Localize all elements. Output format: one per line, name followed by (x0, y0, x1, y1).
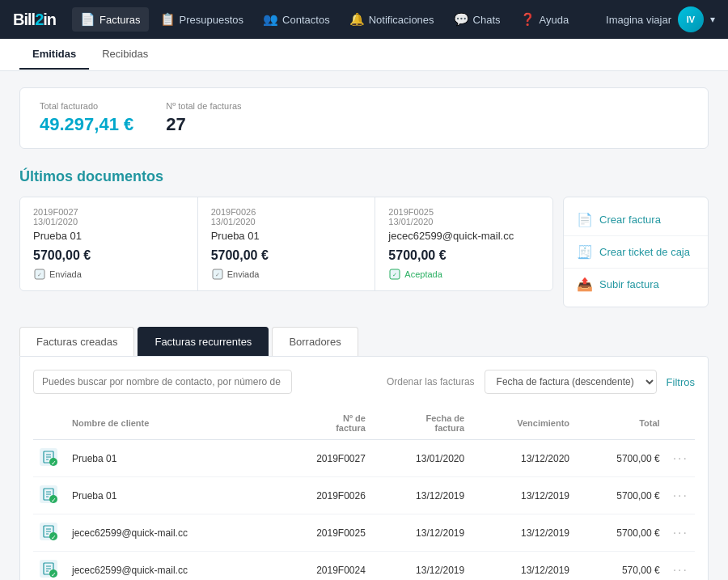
doc-cards-container: 2019F0027 13/01/2020 Prueba 01 5700,00 €… (19, 197, 553, 291)
row-actions-button[interactable]: ··· (673, 526, 688, 540)
ayuda-icon: ❓ (520, 12, 535, 27)
invoice-date: 13/12/2019 (372, 514, 471, 552)
invoice-num: 2019F0027 (273, 440, 372, 477)
due-date: 13/12/2020 (471, 440, 576, 477)
total-facturado: Total facturado 49.297,41 € (40, 101, 133, 135)
svg-text:✓: ✓ (51, 459, 57, 466)
total-amount: 570,00 € (576, 552, 667, 581)
invoice-num: 2019F0025 (273, 514, 372, 552)
sub-nav-recibidas[interactable]: Recibidas (89, 40, 161, 70)
nav-presupuestos[interactable]: 📋 Presupuestos (152, 7, 252, 32)
tab-facturas-recurrentes[interactable]: Facturas recurrentes (138, 327, 269, 356)
doc-cards-row: 2019F0027 13/01/2020 Prueba 01 5700,00 €… (19, 197, 709, 307)
doc-card-2[interactable]: 2019F0025 13/01/2020 jecec62599@quick-ma… (375, 197, 552, 290)
nav-contactos[interactable]: 👥 Contactos (255, 7, 338, 32)
nav-ayuda[interactable]: ❓ Ayuda (512, 7, 578, 32)
doc-card-1[interactable]: 2019F0026 13/01/2020 Prueba 01 5700,00 €… (198, 197, 376, 290)
row-invoice-icon: ✓ (40, 523, 57, 540)
main-content: Total facturado 49.297,41 € Nº total de … (0, 71, 728, 580)
client-name: jecec62599@quick-mail.cc (66, 552, 273, 581)
total-facturas: Nº total de facturas 27 (166, 101, 241, 135)
tab-borradores[interactable]: Borradores (272, 327, 358, 356)
chats-icon: 💬 (454, 12, 469, 27)
contactos-icon: 👥 (263, 12, 278, 27)
table-area: Ordenar las facturas Fecha de factura (d… (19, 356, 709, 580)
svg-text:✓: ✓ (51, 571, 57, 578)
svg-text:✓: ✓ (392, 272, 397, 277)
action-btn-2[interactable]: 📤 Subir factura (564, 269, 708, 300)
chevron-down-icon: ▾ (710, 14, 715, 25)
section-title: Últimos documentos (19, 168, 709, 185)
action-icon-0: 📄 (577, 212, 593, 227)
table-row[interactable]: ✓ Prueba 01 2019F0027 13/01/2020 13/12/2… (33, 440, 695, 477)
table-row[interactable]: ✓ Prueba 01 2019F0026 13/12/2019 13/12/2… (33, 477, 695, 514)
row-actions-button[interactable]: ··· (673, 563, 688, 577)
sort-label: Ordenar las facturas (387, 376, 475, 387)
row-actions-button[interactable]: ··· (673, 489, 688, 502)
action-icon-2: 📤 (577, 277, 593, 292)
table-row[interactable]: ✓ jecec62599@quick-mail.cc 2019F0024 13/… (33, 552, 695, 581)
data-table: Nombre de cliente Nº defactura Fecha def… (33, 407, 695, 580)
due-date: 13/12/2019 (471, 514, 576, 552)
col-invoice-num-header: Nº defactura (273, 407, 372, 440)
total-amount: 5700,00 € (576, 440, 667, 477)
due-date: 13/12/2019 (471, 477, 576, 514)
nav-chats[interactable]: 💬 Chats (446, 7, 509, 32)
filter-button[interactable]: Filtros (667, 376, 695, 388)
col-client-header: Nombre de cliente (66, 407, 273, 440)
col-total-header: Total (576, 407, 667, 440)
client-name: Prueba 01 (66, 440, 273, 477)
sub-nav: Emitidas Recibidas (0, 39, 728, 71)
tab-facturas-creadas[interactable]: Facturas creadas (19, 327, 134, 356)
doc-status-icon: ✓ (33, 268, 46, 281)
invoice-date: 13/12/2019 (372, 552, 471, 581)
logo[interactable]: Bill2in (13, 11, 56, 29)
avatar: IV (678, 6, 704, 32)
svg-text:✓: ✓ (215, 272, 220, 277)
invoice-num: 2019F0024 (273, 552, 372, 581)
row-invoice-icon: ✓ (40, 485, 57, 503)
invoice-num: 2019F0026 (273, 477, 372, 514)
nav-notificaciones[interactable]: 🔔 Notificaciones (341, 7, 442, 32)
table-row[interactable]: ✓ jecec62599@quick-mail.cc 2019F0025 13/… (33, 514, 695, 552)
due-date: 13/12/2019 (471, 552, 576, 581)
user-section[interactable]: Imagina viajar IV ▾ (606, 6, 715, 32)
nav-facturas[interactable]: 📄 Facturas (72, 7, 149, 32)
total-amount: 5700,00 € (576, 514, 667, 552)
action-btn-0[interactable]: 📄 Crear factura (564, 204, 708, 236)
row-invoice-icon: ✓ (40, 560, 57, 578)
row-actions-button[interactable]: ··· (673, 451, 688, 465)
client-name: Prueba 01 (66, 477, 273, 514)
sub-nav-emitidas[interactable]: Emitidas (19, 40, 89, 70)
stats-card: Total facturado 49.297,41 € Nº total de … (19, 87, 709, 149)
search-filter-row: Ordenar las facturas Fecha de factura (d… (33, 370, 695, 394)
invoice-date: 13/12/2019 (372, 477, 471, 514)
client-name: jecec62599@quick-mail.cc (66, 514, 273, 552)
total-amount: 5700,00 € (576, 477, 667, 514)
doc-card-0[interactable]: 2019F0027 13/01/2020 Prueba 01 5700,00 €… (20, 197, 198, 290)
top-nav: Bill2in 📄 Facturas 📋 Presupuestos 👥 Cont… (0, 0, 728, 39)
facturas-icon: 📄 (80, 12, 95, 27)
notificaciones-icon: 🔔 (349, 12, 365, 27)
col-due-date-header: Vencimiento (471, 407, 576, 440)
search-input[interactable] (33, 370, 292, 394)
user-name: Imagina viajar (606, 14, 671, 26)
action-icon-1: 🧾 (577, 244, 593, 260)
svg-text:✓: ✓ (37, 272, 42, 277)
action-panel: 📄 Crear factura 🧾 Crear ticket de caja 📤… (563, 197, 709, 307)
doc-status-icon: ✓ (388, 268, 401, 281)
row-invoice-icon: ✓ (40, 448, 57, 466)
col-actions-header (667, 407, 695, 440)
sort-select[interactable]: Fecha de factura (descendente)Fecha de f… (485, 370, 657, 394)
col-invoice-date-header: Fecha defactura (372, 407, 471, 440)
invoice-date: 13/01/2020 (372, 440, 471, 477)
svg-text:✓: ✓ (51, 534, 57, 540)
col-icon-header (33, 407, 66, 440)
action-btn-1[interactable]: 🧾 Crear ticket de caja (564, 236, 708, 269)
tab-row: Facturas creadas Facturas recurrentes Bo… (19, 327, 709, 356)
svg-text:✓: ✓ (51, 497, 57, 503)
doc-status-icon: ✓ (211, 268, 224, 281)
presupuestos-icon: 📋 (160, 12, 176, 27)
